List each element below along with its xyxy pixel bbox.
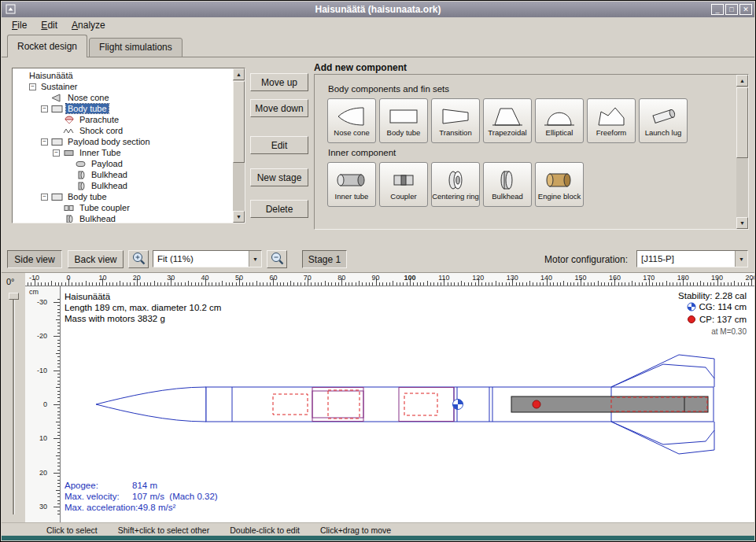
minimize-button[interactable]: _: [711, 4, 724, 15]
scroll-down-icon[interactable]: ▼: [233, 211, 245, 223]
add-inner-tube-button[interactable]: Inner tube: [327, 162, 376, 207]
tree-item-label: Bulkhead: [90, 170, 129, 179]
bulkhead-icon: [490, 168, 525, 192]
close-button[interactable]: ✕: [739, 4, 752, 15]
tree-item-parachute[interactable]: Parachute: [13, 114, 233, 125]
tree-indent: [65, 171, 72, 179]
add-engine-block-button[interactable]: Engine block: [535, 162, 584, 207]
tree-item-body-tube[interactable]: −Body tube: [13, 103, 233, 114]
side-view-button[interactable]: Side view: [7, 250, 62, 268]
add-trapezoidal-button[interactable]: Trapezoidal: [483, 98, 532, 143]
tree-item-bulkhead[interactable]: Bulkhead: [13, 180, 233, 191]
tree-item-bulkhead[interactable]: Bulkhead: [13, 169, 233, 180]
add-body-tube-button[interactable]: Body tube: [379, 98, 428, 143]
scroll-up-icon[interactable]: ▲: [233, 68, 245, 80]
add-nose-cone-button[interactable]: Nose cone: [327, 98, 376, 143]
parachute-icon: [63, 116, 76, 124]
move-down-button[interactable]: Move down: [250, 99, 308, 117]
palette-group-label: Inner component: [328, 148, 736, 157]
cp-icon: [687, 315, 696, 326]
tree-item-label: Tube coupler: [78, 203, 131, 212]
tree-scrollbar[interactable]: ▲ ▼: [233, 68, 245, 223]
zoom-in-button[interactable]: [128, 250, 149, 268]
coupler-icon: [386, 168, 421, 192]
chevron-down-icon[interactable]: ▼: [249, 251, 261, 267]
flight-stat-label: Max. acceleration:: [65, 502, 138, 513]
body-tube-icon: [51, 105, 64, 113]
tree-item-bulkhead[interactable]: Bulkhead: [13, 213, 233, 223]
tree-item-payload[interactable]: Payload: [13, 158, 233, 169]
tree-indent: [65, 160, 72, 168]
zoom-level-select[interactable]: Fit (11%) ▼: [153, 250, 262, 267]
body-tube-icon: [51, 138, 64, 146]
tree-item-payload-body-section[interactable]: −Payload body section: [13, 136, 233, 147]
stage-1-toggle[interactable]: Stage 1: [302, 250, 347, 268]
zoom-in-icon: [131, 256, 146, 267]
menu-analyze[interactable]: Analyze: [65, 18, 112, 32]
scroll-up-icon[interactable]: ▲: [736, 75, 748, 87]
tree-item-shock-cord[interactable]: Shock cord: [13, 125, 233, 136]
scrollbar-thumb[interactable]: [233, 81, 245, 163]
tree-expander-icon[interactable]: −: [41, 138, 48, 146]
view-toolbar: Side view Back view Fit (11%) ▼ Stage 1 …: [2, 246, 754, 272]
tree-item-sustainer[interactable]: −Sustainer: [13, 81, 233, 92]
window-icon: [6, 4, 16, 14]
palette-scrollbar[interactable]: ▲ ▼: [736, 75, 748, 229]
palette-content: Body components and fin setsNose coneBod…: [315, 75, 736, 229]
tree-item-label: Haisunäätä: [28, 71, 75, 80]
zoom-out-button[interactable]: [267, 250, 287, 268]
tree-item-haisun-t[interactable]: Haisunäätä: [13, 70, 233, 81]
tree-expander-icon[interactable]: −: [53, 149, 60, 157]
tree-item-nose-cone[interactable]: Nose cone: [13, 92, 233, 103]
scrollbar-thumb[interactable]: [736, 87, 748, 158]
title-bar[interactable]: Haisunäätä (haisunaata.ork) _ □ ✕: [2, 2, 754, 17]
move-up-button[interactable]: Move up: [250, 73, 308, 91]
back-view-button[interactable]: Back view: [68, 250, 124, 268]
add-transition-button[interactable]: Transition: [431, 98, 480, 143]
zoom-out-icon: [270, 256, 284, 267]
scroll-down-icon[interactable]: ▼: [736, 217, 748, 229]
tab-flight-simulations[interactable]: Flight simulations: [89, 38, 183, 57]
menu-file[interactable]: File: [5, 18, 34, 32]
add-freeform-button[interactable]: Freeform: [587, 98, 636, 143]
window-title: Haisunäätä (haisunaata.ork): [2, 4, 754, 15]
palette-row: Inner tubeCouplerCentering ringBulkheadE…: [327, 162, 736, 207]
chevron-down-icon[interactable]: ▼: [735, 251, 747, 267]
edit-button[interactable]: Edit: [250, 136, 308, 154]
rocket-canvas[interactable]: Haisunäätä Length 189 cm, max. diameter …: [61, 286, 754, 522]
delete-button[interactable]: Delete: [250, 200, 308, 218]
rotation-slider-track[interactable]: [13, 295, 15, 514]
menu-edit[interactable]: Edit: [34, 18, 65, 32]
add-elliptical-button[interactable]: Elliptical: [535, 98, 584, 143]
add-launch-lug-button[interactable]: Launch lug: [639, 98, 688, 143]
add-coupler-button[interactable]: Coupler: [379, 162, 428, 207]
inner-tube-icon: [63, 149, 76, 157]
palette-button-label: Inner tube: [335, 193, 369, 201]
tree-item-tube-coupler[interactable]: Tube coupler: [13, 202, 233, 213]
flight-stats: Apogee:814 mMax. velocity:107 m/s (Mach …: [65, 480, 218, 513]
inner-tube-icon: [334, 168, 369, 192]
add-centering-ring-button[interactable]: Centering ring: [431, 162, 480, 207]
rotation-strip: 0°: [2, 273, 25, 522]
add-bulkhead-button[interactable]: Bulkhead: [483, 162, 532, 207]
menu-bar: FileEditAnalyze: [2, 17, 754, 33]
freeform-fin-icon: [594, 105, 629, 128]
motor-configuration-select[interactable]: [J115-P] ▼: [636, 250, 748, 267]
tab-bar: Rocket design Flight simulations: [2, 33, 754, 57]
tab-label: Flight simulations: [99, 42, 172, 53]
new-stage-button[interactable]: New stage: [250, 168, 308, 186]
payload-icon: [75, 160, 87, 168]
tree-expander-icon[interactable]: −: [29, 83, 36, 90]
maximize-button[interactable]: □: [725, 4, 738, 15]
tree-item-inner-tube[interactable]: −Inner Tube: [13, 147, 233, 158]
cg-value: CG: 114 cm: [699, 302, 747, 312]
tab-rocket-design[interactable]: Rocket design: [7, 35, 87, 57]
tree-expander-icon[interactable]: −: [41, 194, 48, 201]
flight-stat-value: 49.8 m/s²: [138, 503, 175, 512]
palette-button-label: Trapezoidal: [488, 129, 526, 137]
rotation-slider-handle[interactable]: [9, 293, 19, 300]
flight-stat-value: 107 m/s (Mach 0.32): [132, 492, 218, 501]
centering-ring-icon: [438, 168, 473, 192]
tree-item-body-tube[interactable]: −Body tube: [13, 191, 233, 202]
tree-expander-icon[interactable]: −: [41, 105, 48, 112]
